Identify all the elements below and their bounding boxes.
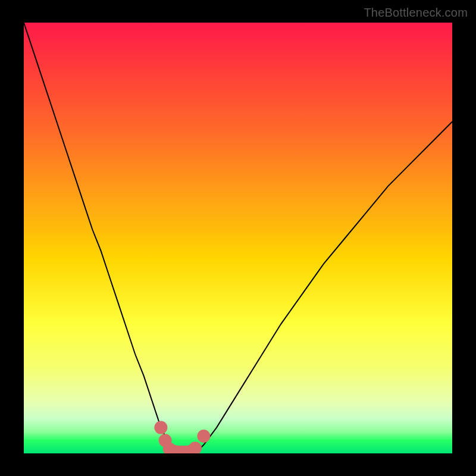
- chart-frame: TheBottleneck.com: [0, 0, 476, 476]
- trough-marker: [189, 441, 202, 453]
- bottleneck-curve: [24, 23, 452, 453]
- curve-path: [24, 23, 452, 453]
- trough-marker: [154, 421, 167, 434]
- trough-marker: [197, 430, 210, 443]
- plot-area: [24, 23, 452, 453]
- marker-group: [154, 421, 210, 453]
- brand-watermark: TheBottleneck.com: [364, 6, 468, 20]
